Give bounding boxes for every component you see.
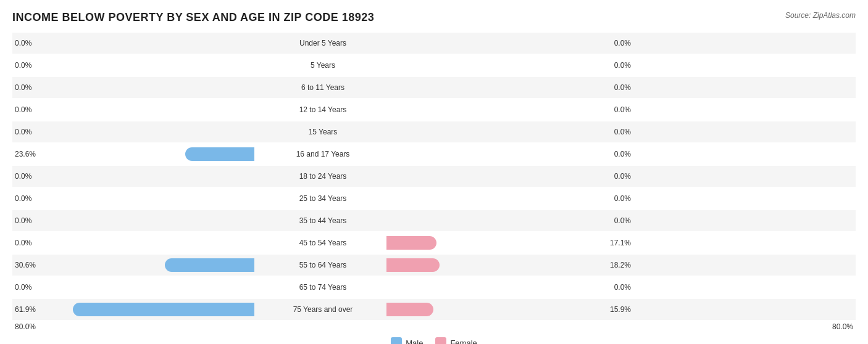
bar-row: 0.0%18 to 24 Years0.0% bbox=[12, 166, 856, 187]
female-value-label: 0.0% bbox=[614, 216, 631, 225]
legend-female: Female bbox=[435, 337, 477, 344]
chart-header: INCOME BELOW POVERTY BY SEX AND AGE IN Z… bbox=[12, 11, 856, 24]
bar-row: 0.0%5 Years0.0% bbox=[12, 55, 856, 76]
female-value-label: 17.1% bbox=[610, 239, 631, 247]
female-bar bbox=[386, 258, 440, 272]
male-bar bbox=[165, 258, 254, 272]
female-value-label: 0.0% bbox=[614, 61, 631, 70]
age-label: 5 Years bbox=[259, 60, 386, 71]
bar-row: 0.0%35 to 44 Years0.0% bbox=[12, 210, 856, 231]
bar-row: 0.0%65 to 74 Years0.0% bbox=[12, 277, 856, 298]
chart-container: INCOME BELOW POVERTY BY SEX AND AGE IN Z… bbox=[0, 0, 868, 344]
male-value-label: 0.0% bbox=[15, 61, 31, 70]
male-value-label: 0.0% bbox=[15, 39, 31, 47]
age-label: 15 Years bbox=[259, 126, 386, 137]
legend-male-label: Male bbox=[406, 338, 423, 345]
chart-area: 0.0%Under 5 Years0.0%0.0%5 Years0.0%0.0%… bbox=[12, 33, 856, 320]
male-value-label: 0.0% bbox=[15, 194, 31, 203]
legend-male-box bbox=[391, 337, 402, 344]
female-value-label: 15.9% bbox=[610, 305, 631, 314]
bar-row: 0.0%6 to 11 Years0.0% bbox=[12, 77, 856, 98]
bar-row: 0.0%12 to 14 Years0.0% bbox=[12, 99, 856, 120]
male-value-label: 0.0% bbox=[15, 172, 31, 181]
male-value-label: 0.0% bbox=[15, 128, 31, 136]
male-bar bbox=[185, 147, 254, 161]
bar-row: 0.0%25 to 34 Years0.0% bbox=[12, 188, 856, 209]
female-value-label: 0.0% bbox=[614, 283, 631, 292]
age-label: 18 to 24 Years bbox=[259, 171, 386, 182]
legend-male: Male bbox=[391, 337, 423, 344]
age-label: 55 to 64 Years bbox=[259, 260, 386, 271]
female-value-label: 0.0% bbox=[614, 83, 631, 92]
age-label: 45 to 54 Years bbox=[259, 237, 386, 248]
age-label: Under 5 Years bbox=[259, 38, 386, 49]
age-label: 12 to 14 Years bbox=[259, 104, 386, 115]
age-label: 75 Years and over bbox=[259, 304, 386, 315]
chart-title: INCOME BELOW POVERTY BY SEX AND AGE IN Z… bbox=[12, 11, 374, 24]
axis-right-label: 80.0% bbox=[832, 322, 853, 331]
axis-left-label: 80.0% bbox=[15, 322, 36, 331]
male-value-label: 61.9% bbox=[15, 305, 36, 314]
chart-source: Source: ZipAtlas.com bbox=[785, 11, 856, 20]
bar-row: 0.0%15 Years0.0% bbox=[12, 121, 856, 142]
female-bar bbox=[386, 236, 436, 250]
male-value-label: 0.0% bbox=[15, 83, 31, 92]
age-label: 35 to 44 Years bbox=[259, 215, 386, 226]
female-value-label: 0.0% bbox=[614, 194, 631, 203]
male-value-label: 0.0% bbox=[15, 216, 31, 225]
male-bar bbox=[73, 303, 254, 316]
axis-left: 80.0% bbox=[12, 322, 259, 331]
axis-labels: 80.0% 80.0% bbox=[12, 322, 856, 331]
age-label: 25 to 34 Years bbox=[259, 193, 386, 204]
legend-female-box bbox=[435, 337, 446, 344]
male-value-label: 0.0% bbox=[15, 283, 31, 292]
age-label: 16 and 17 Years bbox=[259, 149, 386, 160]
legend-row: Male Female bbox=[12, 337, 856, 344]
age-label: 6 to 11 Years bbox=[259, 82, 386, 93]
male-value-label: 30.6% bbox=[15, 261, 36, 269]
male-value-label: 0.0% bbox=[15, 105, 31, 114]
male-value-label: 23.6% bbox=[15, 150, 36, 158]
male-value-label: 0.0% bbox=[15, 239, 31, 247]
female-value-label: 0.0% bbox=[614, 39, 631, 47]
axis-right: 80.0% bbox=[609, 322, 856, 331]
bar-row: 30.6%55 to 64 Years18.2% bbox=[12, 255, 856, 276]
age-label: 65 to 74 Years bbox=[259, 282, 386, 293]
bar-row: 0.0%Under 5 Years0.0% bbox=[12, 33, 856, 54]
bar-row: 23.6%16 and 17 Years0.0% bbox=[12, 144, 856, 165]
female-value-label: 0.0% bbox=[614, 150, 631, 158]
bar-row: 61.9%75 Years and over15.9% bbox=[12, 299, 856, 320]
female-value-label: 0.0% bbox=[614, 105, 631, 114]
female-value-label: 0.0% bbox=[614, 172, 631, 181]
legend-female-label: Female bbox=[450, 338, 477, 345]
female-value-label: 0.0% bbox=[614, 128, 631, 136]
female-value-label: 18.2% bbox=[610, 261, 631, 269]
female-bar bbox=[386, 303, 433, 316]
bar-row: 0.0%45 to 54 Years17.1% bbox=[12, 232, 856, 253]
